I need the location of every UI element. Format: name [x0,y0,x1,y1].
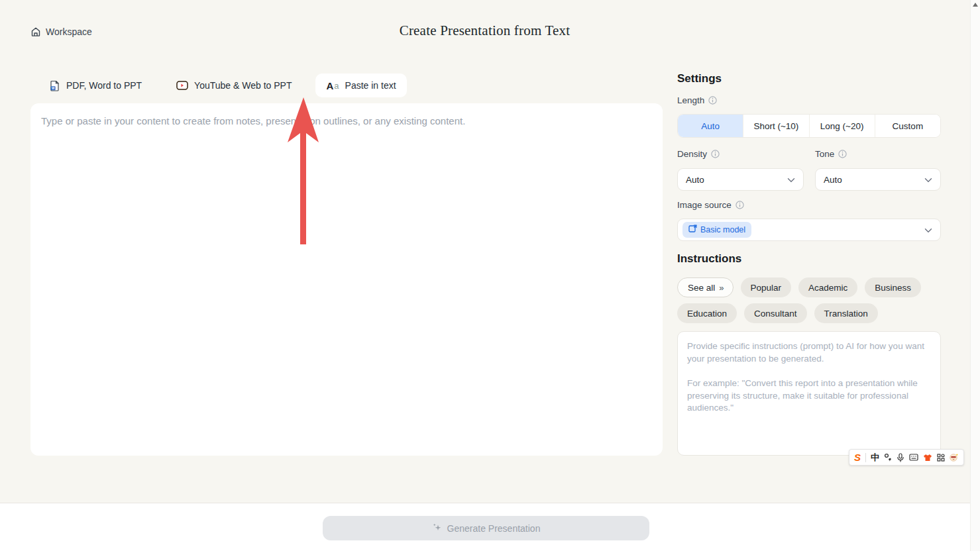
chevron-down-icon [924,225,932,235]
tab-pdf-word-to-ppt[interactable]: W PDF, Word to PPT [38,74,152,97]
chip-business[interactable]: Business [865,277,921,297]
density-label-row: Density [677,149,804,159]
sogou-logo-icon[interactable]: S [854,452,861,462]
skin-icon[interactable] [923,454,932,462]
content-input-panel [30,103,663,456]
double-chevron-right-icon: » [719,283,722,293]
content-textarea[interactable] [30,103,663,456]
length-option-short[interactable]: Short (~10) [743,115,808,137]
scrollbar-up-arrow[interactable] [973,3,978,7]
length-option-long[interactable]: Long (~20) [809,115,875,137]
tab-label: YouTube & Web to PPT [194,80,292,91]
see-all-chip[interactable]: See all » [677,277,734,297]
length-segmented-control: Auto Short (~10) Long (~20) Custom [677,114,941,138]
image-source-select[interactable]: Basic model [677,219,941,241]
toolbox-icon[interactable] [937,454,945,462]
density-label: Density [677,149,707,159]
info-icon[interactable] [838,150,847,158]
tab-label: Paste in text [345,80,396,91]
instruction-chips-row-2: Education Consultant Translation [677,303,878,323]
microphone-icon[interactable] [897,453,904,462]
basic-model-label: Basic model [700,225,745,234]
density-select[interactable]: Auto [677,168,804,191]
source-tabs: W PDF, Word to PPT YouTube & Web to PPT … [38,74,407,97]
length-option-auto[interactable]: Auto [678,115,743,137]
youtube-icon [176,81,188,90]
tab-youtube-web-to-ppt[interactable]: YouTube & Web to PPT [166,74,302,97]
instruction-chips-row-1: See all » Popular Academic Business [677,277,921,297]
chevron-down-icon [924,175,932,185]
image-model-icon [688,225,697,235]
see-all-label: See all [688,283,715,293]
density-value: Auto [686,175,704,185]
word-doc-icon: W [49,80,60,91]
punctuation-icon[interactable] [884,453,892,462]
vertical-scrollbar[interactable] [970,0,980,551]
chevron-down-icon [787,175,795,185]
text-aa-icon: Aa [326,80,339,91]
emoji-icon[interactable] [950,453,959,462]
svg-text:W: W [52,87,55,90]
divider [865,453,866,462]
keyboard-icon[interactable] [909,454,918,461]
length-option-custom[interactable]: Custom [875,115,940,137]
language-mode-indicator[interactable]: 中 [871,452,879,464]
chip-education[interactable]: Education [677,303,737,323]
image-source-label-row: Image source [677,200,744,210]
ime-toolbar: S 中 [849,449,964,466]
info-icon[interactable] [711,150,720,158]
tab-label: PDF, Word to PPT [66,80,142,91]
chip-popular[interactable]: Popular [741,277,792,297]
sparkles-icon [432,523,442,534]
red-arrow-annotation [287,97,320,245]
image-source-label: Image source [677,200,732,210]
tone-select[interactable]: Auto [815,168,941,191]
length-label: Length [677,95,704,105]
page-title: Create Presentation from Text [0,23,969,39]
instructions-heading: Instructions [677,252,741,266]
tab-paste-in-text[interactable]: Aa Paste in text [315,74,406,97]
tone-label: Tone [815,149,834,159]
info-icon[interactable] [735,201,744,209]
tone-value: Auto [824,175,842,185]
chip-consultant[interactable]: Consultant [744,303,807,323]
chip-translation[interactable]: Translation [814,303,878,323]
basic-model-badge: Basic model [682,222,751,238]
generate-label: Generate Presentation [447,523,541,534]
settings-heading: Settings [677,72,722,85]
info-icon[interactable] [708,96,717,105]
length-label-row: Length [677,95,717,105]
density-field: Density Auto [677,149,804,191]
chip-academic[interactable]: Academic [798,277,857,297]
instructions-textarea[interactable] [678,332,940,455]
generate-presentation-button[interactable]: Generate Presentation [323,516,649,540]
tone-field: Tone Auto [815,149,941,191]
tone-label-row: Tone [815,149,941,159]
instructions-input-panel [677,331,941,456]
